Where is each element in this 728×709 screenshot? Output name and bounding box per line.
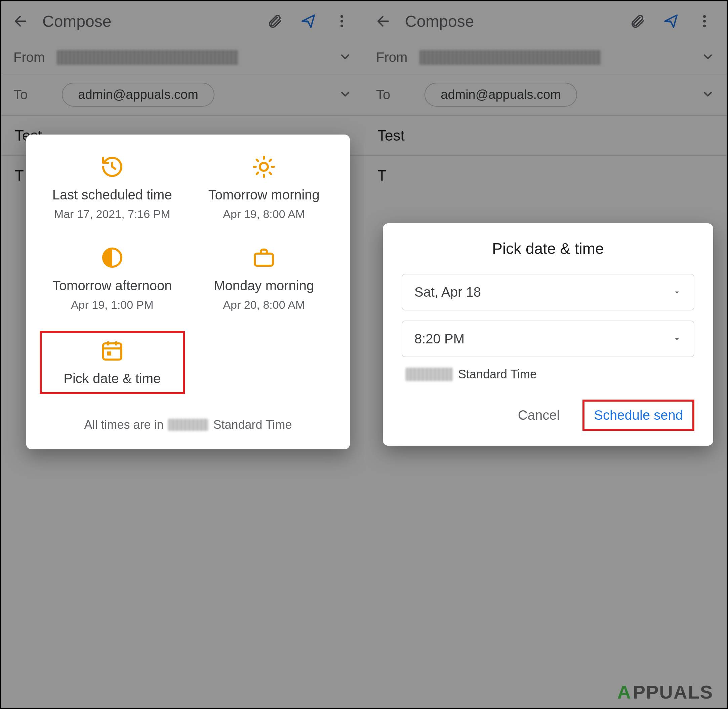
- calendar-icon: [100, 338, 124, 364]
- overflow-menu-button[interactable]: [692, 9, 716, 33]
- overflow-menu-button[interactable]: [330, 9, 354, 33]
- from-address-redacted: [57, 50, 238, 65]
- attach-button[interactable]: [262, 9, 287, 33]
- back-button[interactable]: [371, 9, 396, 33]
- chevron-down-icon: [338, 88, 352, 102]
- option-pick-date-time[interactable]: Pick date & time: [40, 331, 185, 394]
- schedule-send-button[interactable]: Schedule send: [582, 400, 695, 431]
- back-arrow-icon: [376, 13, 392, 29]
- option-last-scheduled[interactable]: Last scheduled time Mar 17, 2021, 7:16 P…: [40, 149, 185, 227]
- history-icon: [100, 155, 124, 180]
- send-button[interactable]: [296, 9, 320, 33]
- from-label: From: [13, 50, 45, 65]
- timezone-footer: All times are in Standard Time: [40, 418, 336, 432]
- selected-date: Sat, Apr 18: [414, 284, 481, 300]
- date-select[interactable]: Sat, Apr 18: [402, 274, 695, 311]
- send-icon: [300, 13, 316, 29]
- subject-field[interactable]: Test: [364, 116, 727, 156]
- appbar-title: Compose: [405, 12, 616, 31]
- paperclip-icon: [266, 13, 282, 29]
- to-row[interactable]: To admin@appuals.com: [1, 74, 364, 116]
- from-row[interactable]: From: [1, 41, 364, 74]
- cancel-button[interactable]: Cancel: [508, 401, 569, 429]
- back-button[interactable]: [9, 9, 33, 33]
- briefcase-icon: [252, 245, 276, 271]
- to-label: To: [376, 87, 390, 102]
- send-icon: [663, 13, 679, 29]
- option-tomorrow-afternoon[interactable]: Tomorrow afternoon Apr 19, 1:00 PM: [40, 240, 185, 318]
- chevron-down-icon: [701, 50, 715, 65]
- more-vert-icon: [334, 13, 350, 29]
- timezone-redacted: [168, 419, 208, 431]
- time-select[interactable]: 8:20 PM: [402, 321, 695, 357]
- recipient-chip[interactable]: admin@appuals.com: [62, 83, 214, 106]
- option-monday-morning[interactable]: Monday morning Apr 20, 8:00 AM: [192, 240, 337, 318]
- attach-button[interactable]: [625, 9, 649, 33]
- appuals-watermark: APPUALS: [617, 681, 713, 703]
- from-address-redacted: [419, 50, 601, 65]
- timezone-line: Standard Time: [402, 367, 695, 381]
- from-label: From: [376, 50, 407, 65]
- recipient-chip[interactable]: admin@appuals.com: [425, 83, 577, 106]
- more-vert-icon: [696, 13, 712, 29]
- to-label: To: [13, 87, 28, 102]
- pick-date-time-dialog: Pick date & time Sat, Apr 18 8:20 PM Sta…: [383, 223, 713, 446]
- dropdown-icon: [672, 334, 681, 344]
- dropdown-icon: [672, 287, 681, 297]
- sun-icon: [252, 155, 276, 180]
- back-arrow-icon: [13, 13, 29, 29]
- dialog-title: Pick date & time: [402, 239, 695, 258]
- half-sun-icon: [100, 245, 124, 271]
- appbar-title: Compose: [42, 12, 253, 31]
- chevron-down-icon: [701, 88, 715, 102]
- schedule-send-dialog: Last scheduled time Mar 17, 2021, 7:16 P…: [26, 134, 350, 449]
- body-field[interactable]: T: [364, 156, 727, 195]
- send-button[interactable]: [659, 9, 683, 33]
- selected-time: 8:20 PM: [414, 331, 464, 346]
- left-screenshot: Compose From To admin@appuals.com Test T…: [1, 1, 364, 708]
- option-tomorrow-morning[interactable]: Tomorrow morning Apr 19, 8:00 AM: [192, 149, 337, 227]
- right-screenshot: Compose From To admin@appuals.com Test T…: [364, 1, 727, 708]
- to-row[interactable]: To admin@appuals.com: [364, 74, 727, 116]
- appbar: Compose: [364, 1, 727, 41]
- chevron-down-icon: [338, 50, 352, 65]
- appbar: Compose: [1, 1, 364, 41]
- from-row[interactable]: From: [364, 41, 727, 74]
- timezone-redacted: [406, 368, 453, 381]
- paperclip-icon: [629, 13, 645, 29]
